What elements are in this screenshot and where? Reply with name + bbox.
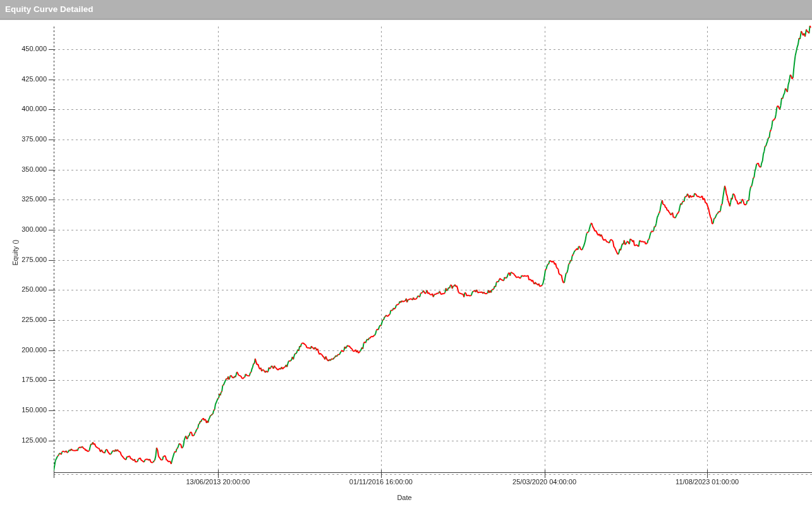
equity-curve-chart: [0, 0, 812, 507]
window-title-bar: Equity Curve Detailed: [0, 0, 812, 20]
window-title: Equity Curve Detailed: [0, 0, 812, 19]
